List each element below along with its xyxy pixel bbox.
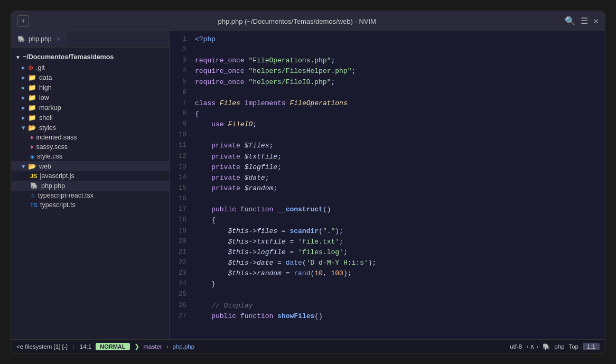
sidebar-item-indented-sass[interactable]: ♦ indented.sass — [11, 133, 169, 142]
editor[interactable]: 1234567891011121314151617181920212223242… — [170, 31, 605, 339]
sidebar-item-sassy-scss[interactable]: ♦ sassy.scss — [11, 142, 169, 152]
tree-item-label: typescript.ts — [40, 201, 76, 209]
tree-item-label: sassy.scss — [36, 143, 68, 151]
status-left-info: <e filesystem [1] [-] — [16, 343, 68, 350]
sidebar-item-high[interactable]: ▸ 📁 high — [11, 82, 169, 92]
tree-root-label: ~/Documentos/Temas/demos — [23, 53, 114, 61]
status-cursor-pos: 14:1 — [80, 343, 91, 350]
js-icon: JS — [30, 173, 37, 179]
folder-closed-icon: 📁 — [28, 83, 36, 91]
statusbar: <e filesystem [1] [-] | 14:1 NORMAL ❯ ma… — [11, 339, 605, 353]
filetype-icon: 🐘 — [543, 343, 550, 350]
tree-item-label: shell — [39, 114, 53, 122]
close-icon[interactable]: ✕ — [593, 16, 599, 26]
sidebar-item-low[interactable]: ▸ 📁 low — [11, 92, 169, 102]
menu-icon[interactable]: ☰ — [581, 16, 588, 26]
statusbar-right: utf-8 ‹ ∧ ‹ 🐘 php Top 1:1 — [510, 343, 600, 350]
window-title: php.php (~/Documentos/Temas/demos/web) -… — [218, 17, 376, 25]
tsx-icon: ⚛ — [30, 192, 35, 199]
folder-icon: ▸ — [22, 73, 25, 81]
folder-icon: ▸ — [22, 94, 25, 101]
file-tree: ▼ ~/Documentos/Temas/demos ▸ ⊕ .git ▸ 📁 … — [11, 48, 169, 214]
tree-item-label: php.php — [41, 182, 65, 190]
sass-icon: ♦ — [30, 134, 33, 141]
css-icon: ◈ — [30, 153, 34, 160]
main-content: 🐘 php.php × ▼ ~/Documentos/Temas/demos ▸… — [11, 31, 605, 339]
main-window: + php.php (~/Documentos/Temas/demos/web)… — [11, 11, 605, 353]
code-area[interactable]: <?php require_once "FileOperations.php";… — [191, 31, 605, 339]
scss-icon: ♦ — [30, 143, 33, 151]
search-icon[interactable]: 🔍 — [565, 16, 575, 26]
sidebar-item-typescript-react-tsx[interactable]: ⚛ typescript-react.tsx — [11, 191, 169, 200]
position: Top — [568, 343, 578, 350]
line-numbers: 1234567891011121314151617181920212223242… — [170, 31, 191, 339]
folder-icon: ▸ — [22, 104, 25, 111]
git-icon: ⊕ — [28, 64, 33, 71]
folder-icon: ▸ — [22, 63, 25, 71]
encoding: utf-8 — [510, 343, 522, 350]
tree-item-label: low — [39, 94, 49, 101]
tab-label: php.php — [29, 35, 51, 43]
sidebar: 🐘 php.php × ▼ ~/Documentos/Temas/demos ▸… — [11, 31, 170, 339]
folder-open-icon: ▾ — [22, 162, 25, 170]
tree-item-label: data — [39, 74, 52, 81]
sidebar-item-markup[interactable]: ▸ 📁 markup — [11, 102, 169, 113]
folder-closed-icon: 📁 — [28, 94, 36, 101]
folder-open-icon: ▾ — [22, 124, 25, 132]
chevron-down-icon: ▼ — [15, 54, 21, 60]
folder-icon: ▸ — [22, 114, 25, 122]
tree-root: ▼ ~/Documentos/Temas/demos — [11, 52, 169, 62]
folder-closed-icon: 📁 — [28, 114, 36, 122]
status-filename: php.php — [173, 343, 195, 350]
sidebar-item-shell[interactable]: ▸ 📁 shell — [11, 113, 169, 123]
folder-open-icon: 📂 — [28, 124, 36, 132]
tab-bar: 🐘 php.php × — [11, 31, 169, 48]
tree-item-label: indented.sass — [36, 134, 77, 141]
sidebar-item-git[interactable]: ▸ ⊕ .git — [11, 62, 169, 72]
status-branch: master — [144, 343, 162, 350]
status-mode: NORMAL — [96, 343, 129, 350]
php-icon: 🐘 — [30, 182, 39, 190]
sidebar-item-php-php[interactable]: 🐘 php.php — [11, 181, 169, 191]
sidebar-item-data[interactable]: ▸ 📁 data — [11, 72, 169, 82]
tree-item-label: typescript-react.tsx — [38, 192, 94, 199]
titlebar-right: 🔍 ☰ ✕ — [565, 16, 599, 26]
sidebar-item-styles[interactable]: ▾ 📂 styles — [11, 123, 169, 133]
tab-php-php[interactable]: 🐘 php.php × — [11, 31, 67, 47]
tree-item-label: .git — [36, 64, 45, 71]
folder-closed-icon: 📁 — [28, 104, 36, 111]
sidebar-item-web[interactable]: ▾ 📂 web — [11, 161, 169, 171]
folder-icon: ▸ — [22, 83, 25, 91]
prompt-icon: ❯ — [134, 343, 139, 350]
tab-close-button[interactable]: × — [57, 36, 60, 42]
php-file-icon: 🐘 — [17, 35, 25, 43]
sidebar-item-style-css[interactable]: ◈ style.css — [11, 152, 169, 161]
sidebar-item-javascript-js[interactable]: JS javascript.js — [11, 171, 169, 181]
tree-item-label: style.css — [37, 153, 62, 160]
tree-item-label: web — [39, 163, 51, 170]
tree-item-label: markup — [39, 104, 61, 111]
line-col: 1:1 — [583, 343, 600, 350]
sidebar-item-typescript-ts[interactable]: TS typescript.ts — [11, 200, 169, 210]
new-tab-button[interactable]: + — [17, 15, 29, 27]
editor-content[interactable]: 1234567891011121314151617181920212223242… — [170, 31, 605, 339]
tree-item-label: styles — [39, 124, 56, 132]
titlebar: + php.php (~/Documentos/Temas/demos/web)… — [11, 11, 605, 31]
filetype: php — [554, 343, 564, 350]
tree-item-label: high — [39, 84, 52, 91]
nav-arrows: ‹ ∧ ‹ — [526, 343, 538, 350]
titlebar-left: + — [17, 15, 29, 27]
ts-icon: TS — [30, 202, 38, 208]
folder-open-icon: 📂 — [28, 162, 36, 170]
folder-closed-icon: 📁 — [28, 73, 36, 81]
tree-item-label: javascript.js — [40, 172, 74, 180]
